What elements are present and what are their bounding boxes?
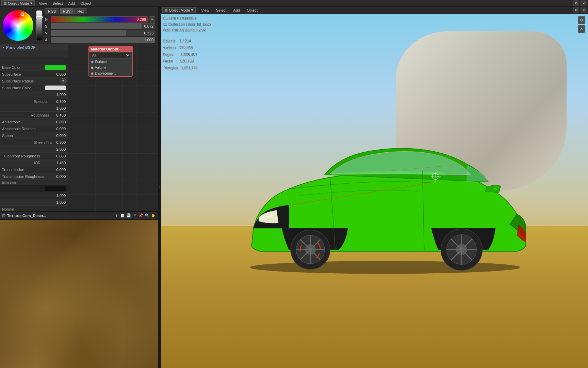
transmission-roughness-label: Transmission Roughness <box>2 174 56 179</box>
save-icon[interactable]: 💾 <box>126 213 131 218</box>
tab-rgb[interactable]: RGB <box>45 8 59 14</box>
menu-add[interactable]: Add <box>66 1 78 5</box>
viewport-header: Object Mode ▾ View Select Add Object ⚙ ✕ <box>161 7 588 14</box>
subsurface-color-label: Subsurface Color <box>2 86 45 90</box>
specular-row: Specular 0.500 <box>0 98 68 105</box>
menu-object[interactable]: Object <box>78 1 94 5</box>
brightness-slider[interactable] <box>36 10 42 41</box>
base-color-row: Base Color <box>0 64 68 71</box>
vertices-label: Vertices <box>162 45 176 49</box>
brightness-cursor <box>36 16 43 18</box>
view-icon[interactable]: 👁 <box>114 213 119 218</box>
settings-icon[interactable]: ⚙ <box>573 0 579 6</box>
menu-select[interactable]: Select <box>50 1 66 5</box>
subsurface-radius-btn[interactable]: ▾ <box>61 78 66 83</box>
mode-dropdown-arrow: ▾ <box>30 1 32 5</box>
faces-stat: Faces 930,758 <box>162 58 197 64</box>
transmission-val: 0.000 <box>56 168 66 172</box>
color-picker-area: RGB HSV Hex H 0.286 ✏ S 0.872 <box>0 7 158 44</box>
objects-stat: Objects 1 / 214 <box>162 37 197 44</box>
transmission-label: Transmission <box>2 168 56 172</box>
viewport-menu-select[interactable]: Select <box>213 8 229 12</box>
channel-v-val: 0.723 <box>144 31 153 35</box>
close-texture-icon[interactable]: ✕ <box>132 213 137 218</box>
displacement-socket-dot <box>91 72 94 75</box>
color-controls: RGB HSV Hex H 0.286 ✏ S 0.872 <box>45 8 155 43</box>
panel-divider[interactable]: ⋮ <box>158 7 161 368</box>
channel-v-bar[interactable]: 0.723 <box>51 30 155 36</box>
viewport-menu-add[interactable]: Add <box>231 8 243 12</box>
principled-bsdf-title: Principled BSDF <box>6 45 35 49</box>
emission-swatch[interactable] <box>45 186 66 191</box>
viewport-mode-arrow: ▾ <box>191 8 193 12</box>
clearcoat-roughness-label: Clearcoat Roughness <box>4 154 56 158</box>
metallic-row: Metallic 1.000 <box>0 91 68 98</box>
edges-val: 1,906,407 <box>180 52 197 56</box>
base-color-swatch[interactable] <box>45 65 66 70</box>
top-menubar: Object Mode ▾ View Select Add Object ⚙ ✕ <box>0 0 588 7</box>
emission-color-row <box>0 185 68 192</box>
viewport-menu-object[interactable]: Object <box>244 8 260 12</box>
viewport-3d[interactable]: Camera Perspective (1) Collection | boot… <box>161 14 588 368</box>
node-all-select[interactable]: All <box>91 53 130 58</box>
anisotropic-label: Anisotropic <box>2 120 56 124</box>
anisotropic-val: 0.000 <box>56 120 66 124</box>
svg-point-1 <box>494 187 497 190</box>
subsurface-color-swatch[interactable] <box>45 86 66 90</box>
sheen-tint-label: Sheen Tint <box>34 140 56 144</box>
channel-s-bar[interactable]: 0.872 <box>51 23 155 29</box>
node-displacement-socket[interactable]: Displacement <box>89 71 132 76</box>
close-icon[interactable]: ✕ <box>581 0 587 6</box>
node-editor[interactable]: Material Output All Surface Volume <box>68 44 158 211</box>
zoom-icon[interactable]: 🔍 <box>144 213 150 218</box>
channel-h-row: H 0.286 ✏ <box>45 16 155 22</box>
node-header: Material Output <box>89 46 132 52</box>
emission-strength-val: 1.000 <box>56 194 66 198</box>
color-wheel-container[interactable] <box>3 10 33 41</box>
copy-icon[interactable]: 📋 <box>120 213 125 218</box>
edges-stat: Edges 1,906,407 <box>162 51 197 58</box>
channel-a-bar[interactable]: 1.000 <box>51 37 155 43</box>
vp-icon-1[interactable]: ⚙ <box>578 16 585 24</box>
viewport-header-icon-1[interactable]: ⚙ <box>573 7 579 13</box>
specular-tint-val: 1.000 <box>56 106 66 110</box>
faces-label: Faces <box>162 59 173 63</box>
pin-icon[interactable]: 📌 <box>138 213 144 218</box>
tab-hex[interactable]: Hex <box>74 8 87 14</box>
roughness-val: 0.450 <box>56 113 66 117</box>
anisotropic-row: Anisotropic 0.000 <box>0 119 68 125</box>
sheen-row: Sheen 0.000 <box>0 132 68 139</box>
subsurface-method-row: Christensen-Burley <box>0 57 68 64</box>
roughness-label: Roughness <box>31 113 56 117</box>
mode-dot <box>4 2 6 5</box>
principled-bsdf-header[interactable]: ▼ Principled BSDF <box>0 44 68 50</box>
viewport-menu-view[interactable]: View <box>198 8 212 12</box>
viewport-stats: Objects 1 / 214 Vertices 979,858 Edges 1… <box>162 37 197 71</box>
anisotropic-rotation-label: Anisotropic Rotation <box>2 127 56 131</box>
subsurface-radius-label: Subsurface Radius <box>2 79 61 83</box>
camera-crosshair <box>432 173 439 180</box>
channel-h-bar[interactable]: 0.286 <box>51 16 148 22</box>
tab-hsv[interactable]: HSV <box>60 8 74 14</box>
subsurface-row: Subsurface 0.000 <box>0 71 68 78</box>
node-dropdown-row[interactable]: All <box>89 52 132 59</box>
viewport-header-icon-2[interactable]: ✕ <box>581 7 587 13</box>
bottom-panel-header: 🖼 TexturesCom_Deser... 👁 📋 💾 ✕ 📌 🔍 ✋ <box>0 212 158 220</box>
viewport-mode-selector[interactable]: Object Mode ▾ <box>162 7 196 13</box>
alpha-val: 1.000 <box>56 200 66 204</box>
channel-v-row: V 0.723 <box>45 30 155 36</box>
sheen-val: 0.000 <box>56 134 66 138</box>
texture-panel-title: TexturesCom_Deser... <box>7 214 46 218</box>
node-surface-socket[interactable]: Surface <box>89 59 132 65</box>
camera-label: Camera Perspective <box>162 15 211 21</box>
menu-view[interactable]: View <box>36 1 50 5</box>
main-content: RGB HSV Hex H 0.286 ✏ S 0.872 <box>0 7 588 368</box>
vp-icon-2[interactable]: ✕ <box>578 25 585 33</box>
texture-preview[interactable] <box>0 220 158 368</box>
mode-selector[interactable]: Object Mode ▾ <box>1 0 35 6</box>
node-volume-socket[interactable]: Volume <box>89 65 132 71</box>
bottom-header-icons: 👁 📋 💾 ✕ 📌 🔍 ✋ <box>114 213 156 218</box>
vertices-val: 979,858 <box>179 45 192 49</box>
eyedropper-btn[interactable]: ✏ <box>149 16 155 22</box>
color-wheel[interactable] <box>3 10 33 41</box>
